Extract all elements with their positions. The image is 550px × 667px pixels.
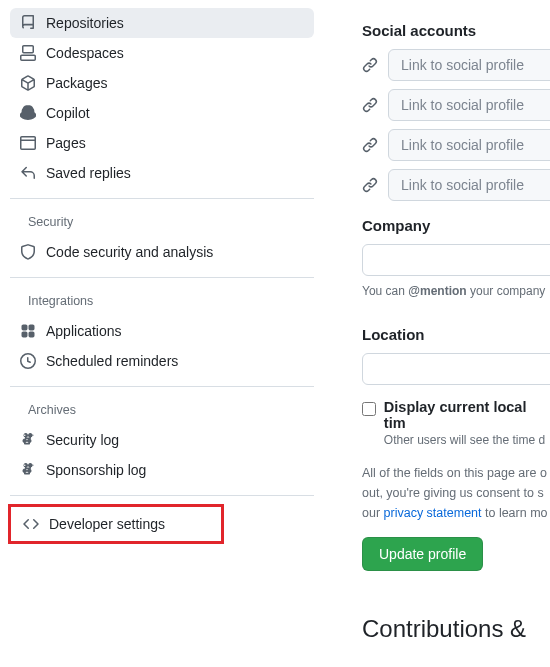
shield-icon <box>20 244 36 260</box>
disclosure-our: our <box>362 506 384 520</box>
sidebar-item-repositories[interactable]: Repositories <box>10 8 314 38</box>
section-title-security: Security <box>10 207 314 237</box>
social-profile-input-1[interactable] <box>388 49 550 81</box>
company-group: Company You can @mention your company <box>362 217 550 300</box>
sidebar-item-security-log[interactable]: Security log <box>10 425 314 455</box>
separator <box>10 386 314 387</box>
privacy-statement-link[interactable]: privacy statement <box>384 506 482 520</box>
display-time-checkbox[interactable] <box>362 402 376 416</box>
sidebar-label: Copilot <box>46 105 90 121</box>
disclosure-text: All of the fields on this page are o out… <box>362 463 550 523</box>
apps-icon <box>20 323 36 339</box>
sidebar-label: Applications <box>46 323 122 339</box>
settings-sidebar: Repositories Codespaces Packages Copilot <box>0 0 330 667</box>
sidebar-label: Codespaces <box>46 45 124 61</box>
repo-icon <box>20 15 36 31</box>
link-icon <box>362 177 378 193</box>
display-time-label: Display current local tim <box>384 399 550 431</box>
sidebar-label: Scheduled reminders <box>46 353 178 369</box>
contributions-heading: Contributions & <box>362 615 550 643</box>
sidebar-label: Code security and analysis <box>46 244 213 260</box>
sidebar-label: Repositories <box>46 15 124 31</box>
company-hint-post: your company <box>467 284 546 298</box>
company-hint-pre: You can <box>362 284 408 298</box>
package-icon <box>20 75 36 91</box>
separator <box>10 198 314 199</box>
social-profile-input-2[interactable] <box>388 89 550 121</box>
sidebar-label: Sponsorship log <box>46 462 146 478</box>
display-time-desc: Other users will see the time d <box>384 433 550 447</box>
disclosure-line-2: out, you're giving us consent to s <box>362 486 544 500</box>
reply-icon <box>20 165 36 181</box>
sidebar-item-packages[interactable]: Packages <box>10 68 314 98</box>
sidebar-label: Developer settings <box>49 516 165 532</box>
log-icon <box>20 462 36 478</box>
disclosure-post: to learn mo <box>482 506 548 520</box>
sidebar-item-saved-replies[interactable]: Saved replies <box>10 158 314 188</box>
link-icon <box>362 137 378 153</box>
sidebar-item-applications[interactable]: Applications <box>10 316 314 346</box>
section-title-integrations: Integrations <box>10 286 314 316</box>
link-icon <box>362 97 378 113</box>
location-title: Location <box>362 326 550 343</box>
sidebar-item-copilot[interactable]: Copilot <box>10 98 314 128</box>
update-profile-button[interactable]: Update profile <box>362 537 483 571</box>
social-profile-input-4[interactable] <box>388 169 550 201</box>
sidebar-item-developer-settings[interactable]: Developer settings <box>13 509 219 539</box>
sidebar-item-code-security[interactable]: Code security and analysis <box>10 237 314 267</box>
social-profile-input-3[interactable] <box>388 129 550 161</box>
social-accounts-group: Social accounts <box>362 22 550 201</box>
link-icon <box>362 57 378 73</box>
codespaces-icon <box>20 45 36 61</box>
highlight-box: Developer settings <box>8 504 224 544</box>
company-input[interactable] <box>362 244 550 276</box>
sidebar-item-scheduled-reminders[interactable]: Scheduled reminders <box>10 346 314 376</box>
log-icon <box>20 432 36 448</box>
section-title-archives: Archives <box>10 395 314 425</box>
copilot-icon <box>20 105 36 121</box>
company-title: Company <box>362 217 550 234</box>
clock-icon <box>20 353 36 369</box>
sidebar-label: Security log <box>46 432 119 448</box>
browser-icon <box>20 135 36 151</box>
sidebar-label: Packages <box>46 75 107 91</box>
code-icon <box>23 516 39 532</box>
sidebar-item-pages[interactable]: Pages <box>10 128 314 158</box>
location-group: Location Display current local tim Other… <box>362 326 550 447</box>
separator <box>10 495 314 496</box>
main-content: Social accounts <box>330 0 550 667</box>
sidebar-item-codespaces[interactable]: Codespaces <box>10 38 314 68</box>
mention-text: @mention <box>408 284 466 298</box>
separator <box>10 277 314 278</box>
display-time-row: Display current local tim Other users wi… <box>362 399 550 447</box>
location-input[interactable] <box>362 353 550 385</box>
sidebar-label: Saved replies <box>46 165 131 181</box>
company-hint: You can @mention your company <box>362 282 550 300</box>
sidebar-label: Pages <box>46 135 86 151</box>
social-accounts-title: Social accounts <box>362 22 550 39</box>
disclosure-line-1: All of the fields on this page are o <box>362 466 547 480</box>
sidebar-item-sponsorship-log[interactable]: Sponsorship log <box>10 455 314 485</box>
